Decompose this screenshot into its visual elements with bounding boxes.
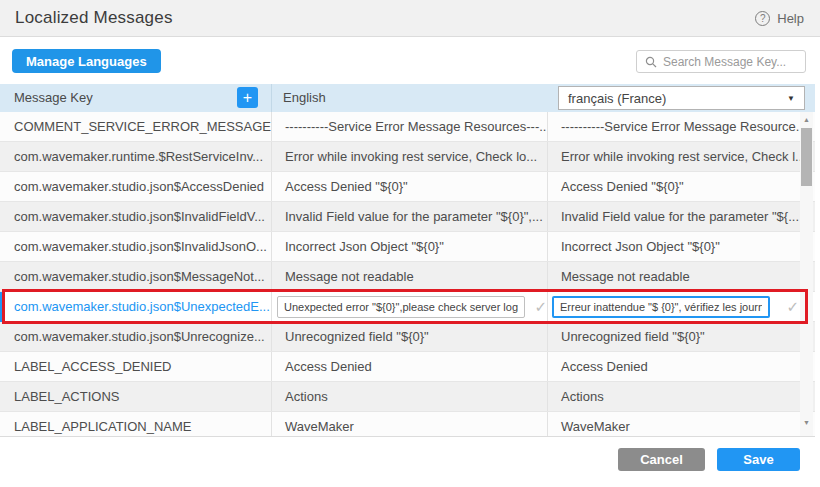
- message-key-cell[interactable]: LABEL_APPLICATION_NAME: [0, 412, 272, 437]
- localized-messages-panel: Localized Messages ? Help Manage Languag…: [0, 0, 820, 487]
- message-key-text: com.wavemaker.runtime.$RestServiceInv...: [14, 149, 263, 164]
- french-cell[interactable]: Unrecognized field "${0}": [548, 322, 815, 351]
- scroll-down-icon[interactable]: ▼: [800, 417, 813, 429]
- page-title: Localized Messages: [15, 8, 173, 28]
- message-key-cell[interactable]: com.wavemaker.studio.json$InvalidJsonO..…: [0, 232, 272, 261]
- cancel-button[interactable]: Cancel: [618, 448, 705, 471]
- scroll-up-icon[interactable]: ▲: [800, 114, 813, 126]
- french-text: ----------Service Error Message Resource…: [561, 119, 807, 134]
- table-row[interactable]: LABEL_APPLICATION_NAME WaveMaker WaveMak…: [0, 412, 815, 437]
- message-key-cell[interactable]: com.wavemaker.studio.json$AccessDenied: [0, 172, 272, 201]
- table-row-editing[interactable]: com.wavemaker.studio.json$UnexpectedE...…: [0, 292, 815, 322]
- french-text: Unrecognized field "${0}": [561, 329, 705, 344]
- english-cell[interactable]: Message not readable: [272, 262, 548, 291]
- manage-languages-button[interactable]: Manage Languages: [12, 49, 161, 73]
- table-body: COMMENT_SERVICE_ERROR_MESSAGES ---------…: [0, 112, 815, 437]
- english-text: Error while invoking rest service, Check…: [285, 149, 537, 164]
- message-key-text: com.wavemaker.studio.json$MessageNot...: [14, 269, 265, 284]
- french-message-input[interactable]: [552, 296, 770, 318]
- search-box[interactable]: [636, 50, 806, 73]
- scrollbar[interactable]: ▲ ▼: [800, 112, 813, 437]
- french-cell[interactable]: WaveMaker: [548, 412, 815, 437]
- english-cell[interactable]: Access Denied: [272, 352, 548, 381]
- table-row[interactable]: com.wavemaker.studio.json$Unrecognize...…: [0, 322, 815, 352]
- table-row[interactable]: com.wavemaker.studio.json$InvalidFieldV.…: [0, 202, 815, 232]
- column-header-english: English: [283, 90, 326, 105]
- table-row[interactable]: LABEL_ACTIONS Actions Actions: [0, 382, 815, 412]
- english-text: ----------Service Error Message Resource…: [285, 119, 548, 134]
- message-key-text: LABEL_APPLICATION_NAME: [14, 419, 192, 434]
- message-key-text: LABEL_ACTIONS: [14, 389, 120, 404]
- english-cell[interactable]: Access Denied "${0}": [272, 172, 548, 201]
- table-row[interactable]: COMMENT_SERVICE_ERROR_MESSAGES ---------…: [0, 112, 815, 142]
- english-text: Incorrect Json Object "${0}": [285, 239, 444, 254]
- english-cell[interactable]: ✓: [272, 292, 548, 321]
- french-text: WaveMaker: [561, 419, 630, 434]
- french-text: Message not readable: [561, 269, 690, 284]
- message-key-cell[interactable]: LABEL_ACCESS_DENIED: [0, 352, 272, 381]
- english-cell[interactable]: WaveMaker: [272, 412, 548, 437]
- table-header: Message Key + English français (France) …: [0, 84, 815, 112]
- table-row[interactable]: LABEL_ACCESS_DENIED Access Denied Access…: [0, 352, 815, 382]
- english-cell[interactable]: Error while invoking rest service, Check…: [272, 142, 548, 171]
- english-text: Access Denied "${0}": [285, 179, 408, 194]
- message-key-text: LABEL_ACCESS_DENIED: [14, 359, 172, 374]
- french-text: Access Denied: [561, 359, 648, 374]
- english-text: WaveMaker: [285, 419, 354, 434]
- column-divider: [271, 84, 272, 112]
- scrollbar-thumb[interactable]: [801, 128, 812, 186]
- english-cell[interactable]: Incorrect Json Object "${0}": [272, 232, 548, 261]
- help-label: Help: [777, 11, 804, 26]
- message-key-cell[interactable]: com.wavemaker.studio.json$MessageNot...: [0, 262, 272, 291]
- language-select-value: français (France): [568, 91, 666, 106]
- add-message-key-button[interactable]: +: [237, 87, 258, 108]
- french-cell[interactable]: Access Denied: [548, 352, 815, 381]
- message-key-cell[interactable]: com.wavemaker.studio.json$UnexpectedE...: [0, 292, 272, 321]
- save-button[interactable]: Save: [717, 448, 800, 471]
- english-text: Unrecognized field "${0}": [285, 329, 429, 344]
- search-input[interactable]: [663, 55, 797, 69]
- french-text: Actions: [561, 389, 604, 404]
- help-icon: ?: [755, 11, 770, 26]
- french-text: Incorrect Json Object "${0}": [561, 239, 720, 254]
- english-text: Invalid Field value for the parameter "$…: [285, 209, 543, 224]
- help-button[interactable]: ? Help: [755, 11, 804, 26]
- french-cell[interactable]: Invalid Field value for the parameter "$…: [548, 202, 815, 231]
- message-key-text: com.wavemaker.studio.json$Unrecognize...: [14, 329, 265, 344]
- table-row[interactable]: com.wavemaker.studio.json$InvalidJsonO..…: [0, 232, 815, 262]
- table-row[interactable]: com.wavemaker.runtime.$RestServiceInv...…: [0, 142, 815, 172]
- message-key-cell[interactable]: COMMENT_SERVICE_ERROR_MESSAGES: [0, 112, 272, 141]
- search-icon: [645, 56, 657, 68]
- table-row[interactable]: com.wavemaker.studio.json$AccessDenied A…: [0, 172, 815, 202]
- message-key-text: com.wavemaker.studio.json$InvalidJsonO..…: [14, 239, 267, 254]
- french-cell[interactable]: Incorrect Json Object "${0}": [548, 232, 815, 261]
- language-select[interactable]: français (France) ▼: [558, 86, 805, 110]
- footer: Cancel Save: [0, 437, 820, 486]
- message-key-cell[interactable]: com.wavemaker.studio.json$InvalidFieldV.…: [0, 202, 272, 231]
- french-cell[interactable]: Message not readable: [548, 262, 815, 291]
- french-cell[interactable]: ----------Service Error Message Resource…: [548, 112, 815, 141]
- english-cell[interactable]: Invalid Field value for the parameter "$…: [272, 202, 548, 231]
- french-cell[interactable]: Actions: [548, 382, 815, 411]
- message-key-text: COMMENT_SERVICE_ERROR_MESSAGES: [14, 119, 272, 134]
- confirm-check-icon[interactable]: ✓: [786, 298, 799, 316]
- message-key-cell[interactable]: com.wavemaker.studio.json$Unrecognize...: [0, 322, 272, 351]
- chevron-down-icon: ▼: [787, 94, 795, 103]
- title-bar: Localized Messages ? Help: [0, 0, 820, 37]
- message-key-text: com.wavemaker.studio.json$InvalidFieldV.…: [14, 209, 265, 224]
- english-cell[interactable]: ----------Service Error Message Resource…: [272, 112, 548, 141]
- english-cell[interactable]: Actions: [272, 382, 548, 411]
- confirm-check-icon[interactable]: ✓: [534, 298, 547, 316]
- message-key-cell[interactable]: com.wavemaker.runtime.$RestServiceInv...: [0, 142, 272, 171]
- french-cell[interactable]: Access Denied "${0}": [548, 172, 815, 201]
- column-header-message-key: Message Key: [14, 90, 93, 105]
- message-key-text: com.wavemaker.studio.json$UnexpectedE...: [14, 299, 270, 314]
- english-message-input[interactable]: [277, 296, 525, 318]
- french-cell[interactable]: ✓: [548, 292, 815, 321]
- french-text: Access Denied "${0}": [561, 179, 684, 194]
- french-cell[interactable]: Error while invoking rest service, Check…: [548, 142, 815, 171]
- message-key-cell[interactable]: LABEL_ACTIONS: [0, 382, 272, 411]
- message-key-text: com.wavemaker.studio.json$AccessDenied: [14, 179, 264, 194]
- table-row[interactable]: com.wavemaker.studio.json$MessageNot... …: [0, 262, 815, 292]
- english-cell[interactable]: Unrecognized field "${0}": [272, 322, 548, 351]
